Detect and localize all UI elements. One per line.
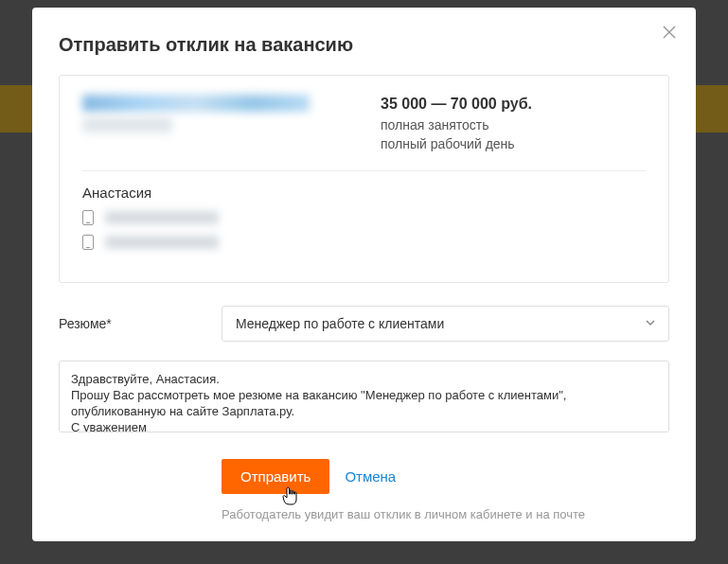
contact-phone-blurred [105,236,219,249]
cover-letter-textarea[interactable] [59,361,669,432]
contact-name: Анастасия [82,185,646,201]
phone-icon [82,235,94,250]
vacancy-title-blurred [82,95,310,112]
submit-button[interactable]: Отправить [222,459,329,494]
cancel-button[interactable]: Отмена [345,468,396,485]
vacancy-company-blurred [82,117,172,132]
resume-label: Резюме* [59,316,222,331]
contact-row [82,235,646,250]
employment-type: полная занятость [381,115,646,134]
vacancy-info-box: 35 000 — 70 000 руб. полная занятость по… [59,75,669,283]
phone-icon [82,210,94,225]
hint-text: Работодатель увидит ваш отклик в личном … [222,507,669,521]
contact-row [82,210,646,225]
resume-select[interactable]: Менеджер по работе с клиентами [222,306,669,342]
salary-text: 35 000 — 70 000 руб. [381,95,646,114]
modal-title: Отправить отклик на вакансию [59,34,669,56]
apply-modal: Отправить отклик на вакансию 35 000 — 70… [32,8,696,541]
close-button[interactable] [662,25,677,40]
schedule-text: полный рабочий день [381,134,646,153]
contact-phone-blurred [105,211,219,224]
close-icon [662,25,677,40]
